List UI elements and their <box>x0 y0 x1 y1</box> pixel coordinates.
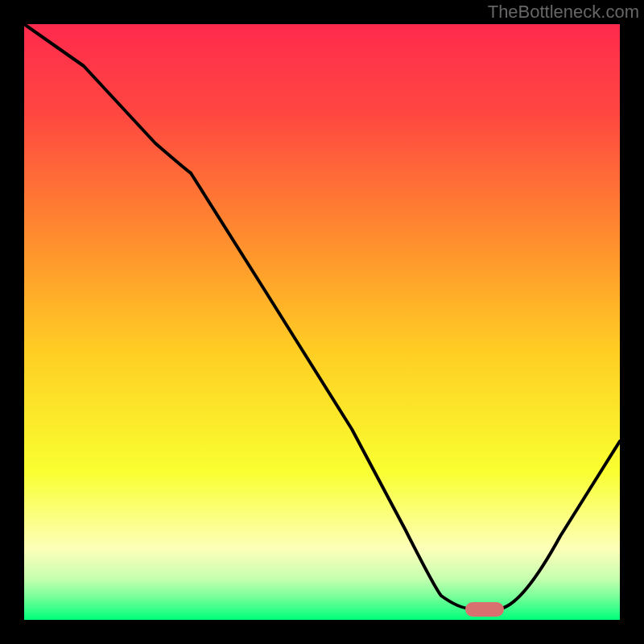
bottleneck-curve <box>24 24 620 609</box>
chart-container: TheBottleneck.com <box>0 0 644 644</box>
watermark-text: TheBottleneck.com <box>488 2 639 23</box>
optimum-marker <box>465 602 504 617</box>
plot-area <box>24 24 620 620</box>
chart-svg <box>24 24 620 620</box>
